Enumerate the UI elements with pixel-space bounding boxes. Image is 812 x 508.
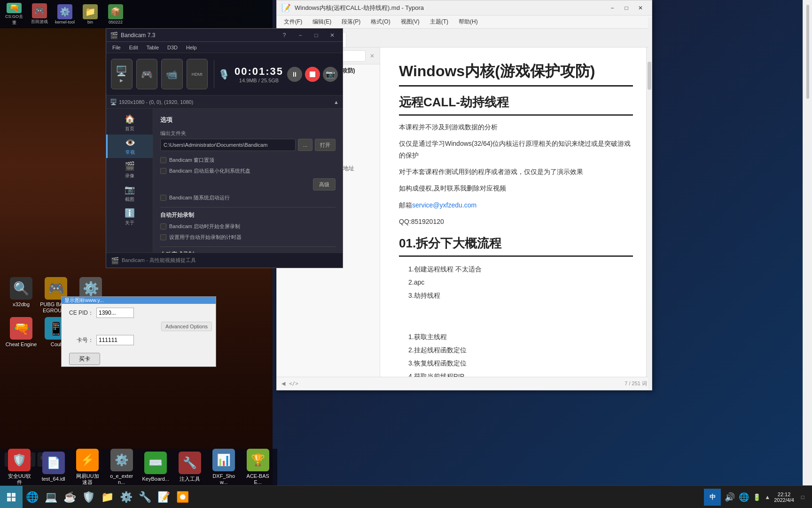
right-scrollbar-thumb[interactable] [806,5,809,99]
bandicam-checkbox-fullscreen[interactable]: Bandicam 启动时开始全屏录制 [160,223,336,230]
taskbar-clock[interactable]: 22:12 2022/4/4 [774,492,794,503]
bandicam-advanced-btn[interactable]: 高级 [313,178,336,190]
ce-pid-input[interactable] [96,308,134,318]
right-scrollbar-area[interactable] [803,0,812,508]
top-app-csgo[interactable]: 🔫 CS:GO去重 [2,2,26,26]
top-app-game[interactable]: 🎮 百田游戏 [28,2,51,26]
bandicam-checkbox-timer[interactable]: 设置用于自动开始录制的计时器 [160,234,336,241]
typora-s2-item2: 2.挂起线程函数定位 [408,343,633,357]
typora-menu-file[interactable]: 文件(F) [279,16,307,27]
bandicam-menu-edit[interactable]: Edit [125,44,142,51]
bandicam-game-mode[interactable]: 🎮 [136,59,158,89]
taskbar-vs-btn[interactable]: 💻 [41,488,60,507]
bandicam-browse-btn[interactable]: ... [298,139,312,151]
bandicam-close-btn[interactable]: ✕ [326,30,339,40]
top-app-bin[interactable]: 📁 bin [78,2,102,26]
typora-email-link[interactable]: service@yxfzedu.com [412,201,476,209]
di-dxf[interactable]: 📊 DXF_Show... [208,447,240,487]
taskbar-start-btn[interactable] [0,486,23,508]
di-extern[interactable]: ⚙️ o_e_extern... [106,447,138,487]
bandicam-open-btn[interactable]: 打开 [315,139,336,151]
bandicam-stop-btn[interactable] [305,67,320,82]
bandicam-minimize-btn[interactable]: − [294,30,307,40]
di-ace[interactable]: 🏆 ACE-BASE... [242,447,274,487]
taskbar-network-icon[interactable]: 🌐 [739,492,749,502]
bandicam-menu-help[interactable]: Help [182,44,201,51]
taskbar-tray-expand[interactable]: ▲ [765,494,770,500]
ce-card-row: 卡号： [65,335,212,345]
typora-search-close-btn[interactable]: ✕ [368,52,376,60]
typora-intro1: 本课程并不涉及到游戏数据的分析 [399,121,633,133]
typora-maximize-btn[interactable]: □ [620,3,633,13]
typora-content-wrapper: Windows内核(游戏保护攻防) 远程CALL-劫持线程 本课程并不涉及到游戏… [380,48,652,377]
top-app-kernel[interactable]: ⚙️ kernel-tool [53,2,77,26]
taskbar-settings-btn[interactable]: ⚙️ [117,488,135,507]
typora-scrollbar-thumb[interactable] [648,62,651,90]
taskbar-edge-btn[interactable]: 🌐 [23,488,41,507]
typora-menu-theme[interactable]: 主题(T) [425,16,453,27]
bandicam-autostart-checkbox[interactable] [160,195,166,201]
taskbar-input-method[interactable]: 中 [704,489,721,506]
bandicam-checkbox-minimize[interactable]: Bandicam 启动后最小化到系统托盘 [160,167,336,175]
keyboard-icon: ⌨️ [144,452,167,474]
bandicam-timer-area: 🎙️ 00:01:35 14.9MB / 25.5GB [218,65,283,83]
bandicam-snapshot-btn[interactable]: 📷 [323,67,338,82]
di-keyboard[interactable]: ⌨️ KeyBoard... [140,450,172,484]
bandicam-mic-icon: 🎙️ [218,69,230,80]
bandicam-hdmi-mode[interactable]: HDMI [187,59,208,89]
typora-menu-view[interactable]: 视图(V) [396,16,424,27]
di-uu[interactable]: ⚡ 网易UU加速器 [72,447,103,487]
bandicam-menu-d3d[interactable]: D3D [164,44,181,51]
taskbar-record-btn[interactable]: ⏺️ [173,488,192,507]
bandicam-pause-btn[interactable]: ⏸ [287,67,302,82]
desktop-icon-x32dbg[interactable]: 🔍 x32dbg [2,275,40,318]
bandicam-topmost-checkbox[interactable] [160,157,166,163]
bandicam-nav-settings[interactable]: 👁️ 常视 [106,135,153,158]
taskbar-folder-btn[interactable]: 📁 [98,488,117,507]
typora-footer-nav-left[interactable]: ◀ [281,381,285,387]
di-security[interactable]: 🛡️ 安全UU软件 [4,447,35,487]
bandicam-expand-btn[interactable]: □ [310,30,323,40]
typora-footer-code-icon[interactable]: </> [289,381,298,387]
desktop-icon-ce[interactable]: 🔫 Cheat Engine [2,315,40,357]
taskbar-notification-btn[interactable]: □ [798,489,807,506]
di-inject[interactable]: 🔧 注入工具 [174,450,206,484]
typora-main-scrollbar[interactable] [646,48,652,377]
bandicam-device-mode[interactable]: 📹 [161,59,183,89]
bandicam-menu-file[interactable]: File [109,44,125,51]
bandicam-nav-screenshot[interactable]: 📷 截图 [106,182,153,205]
bandicam-controls: 🖥️ ▶ 🎮 📹 HDMI 🎙️ 00:01:35 14.9MB / 25.5G… [106,53,343,95]
taskbar-battery-icon[interactable]: 🔋 [753,493,761,501]
bandicam-nav-record[interactable]: 🎬 录像 [106,158,153,182]
typora-menu-paragraph[interactable]: 段落(P) [337,16,365,27]
bandicam-help-btn[interactable]: ? [278,30,291,40]
taskbar-java-btn[interactable]: ☕ [60,488,79,507]
bandicam-minimize-checkbox[interactable] [160,168,166,174]
bandicam-checkbox-topmost[interactable]: Bandicam 窗口置顶 [160,157,336,164]
typora-menu-edit[interactable]: 编辑(E) [308,16,336,27]
bandicam-nav-about[interactable]: ℹ️ 关于 [106,205,153,229]
bandicam-menu-table[interactable]: Table [143,44,163,51]
taskbar-registry-btn[interactable]: 🔧 [135,488,154,507]
bandicam-timer-label: 设置用于自动开始录制的计时器 [169,234,242,241]
typora-menu-format[interactable]: 格式(O) [366,16,395,27]
di-test64[interactable]: 📄 test_64.idl [38,450,70,484]
typora-close-btn[interactable]: ✕ [634,3,647,13]
taskbar-defender-btn[interactable]: 🛡️ [79,488,98,507]
taskbar-typora-btn[interactable]: 📝 [154,488,173,507]
top-app-misc[interactable]: 📦 050222 [104,2,127,26]
bandicam-nav-home[interactable]: 🏠 首页 [106,111,153,135]
ce-buy-btn[interactable]: 买卡 [69,353,100,365]
taskbar-speaker-icon[interactable]: 🔊 [725,492,735,502]
typora-menu-help[interactable]: 帮助(H) [454,16,483,27]
ce-card-input[interactable] [96,335,134,345]
bandicam-checkbox-autostart[interactable]: Bandicam 随系统启动运行 [160,194,336,201]
taskbar-tray: 中 🔊 🌐 🔋 ▲ 22:12 2022/4/4 □ [699,489,812,506]
typora-minimize-btn[interactable]: − [606,3,619,13]
bandicam-screen-mode[interactable]: 🖥️ ▶ [111,59,133,89]
ce-advanced-options-btn[interactable]: Advanced Options [161,322,212,331]
typora-main-content[interactable]: Windows内核(游戏保护攻防) 远程CALL-劫持线程 本课程并不涉及到游戏… [380,48,652,377]
bandicam-fullscreen-checkbox[interactable] [160,223,166,230]
bandicam-timer-checkbox[interactable] [160,234,166,240]
bandicam-output-path-input[interactable] [160,139,296,151]
